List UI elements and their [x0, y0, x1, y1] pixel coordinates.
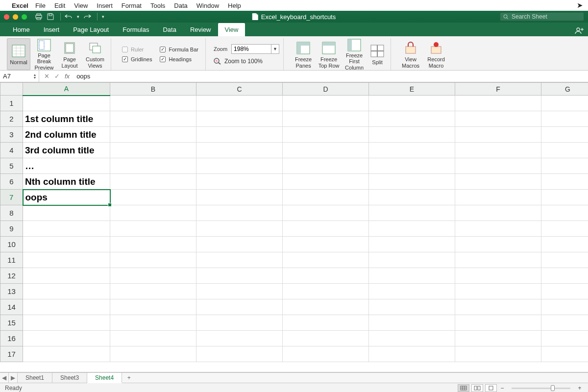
app-name[interactable]: Excel: [12, 2, 28, 9]
cell-B7[interactable]: [110, 190, 196, 205]
close-window-button[interactable]: [4, 14, 9, 20]
search-sheet-input[interactable]: Search Sheet: [500, 12, 584, 21]
cell-D14[interactable]: [283, 299, 369, 315]
row-header-16[interactable]: 16: [0, 331, 23, 346]
cell-A17[interactable]: [23, 346, 110, 362]
zoom-slider-handle[interactable]: [551, 385, 555, 391]
cell-C10[interactable]: [196, 237, 283, 252]
cell-F14[interactable]: [455, 299, 541, 315]
cell-A10[interactable]: [23, 237, 110, 252]
zoom-100-button[interactable]: % Zoom to 100%: [214, 58, 279, 65]
qat-customize-icon[interactable]: ▾: [100, 12, 105, 21]
split-button[interactable]: Split: [368, 38, 387, 70]
cell-C4[interactable]: [196, 143, 283, 158]
cell-A3[interactable]: 2nd column title: [23, 127, 110, 143]
cell-C2[interactable]: [196, 111, 283, 127]
cell-D7[interactable]: [283, 190, 369, 205]
cell-A9[interactable]: [23, 221, 110, 237]
view-macros-button[interactable]: View Macros: [399, 38, 422, 70]
cell-A15[interactable]: [23, 315, 110, 331]
row-header-7[interactable]: 7: [0, 190, 23, 205]
menu-window[interactable]: Window: [196, 2, 219, 9]
cell-B5[interactable]: [110, 158, 196, 174]
cell-G2[interactable]: [541, 111, 588, 127]
tab-formulas[interactable]: Formulas: [116, 23, 156, 36]
column-header-B[interactable]: B: [110, 83, 196, 96]
column-header-E[interactable]: E: [369, 83, 455, 96]
cell-B8[interactable]: [110, 205, 196, 221]
cell-B10[interactable]: [110, 237, 196, 252]
row-header-3[interactable]: 3: [0, 127, 23, 143]
tab-data[interactable]: Data: [156, 23, 183, 36]
cell-B6[interactable]: [110, 174, 196, 190]
menu-view[interactable]: View: [74, 2, 88, 9]
cell-B16[interactable]: [110, 331, 196, 346]
freeze-top-row-button[interactable]: Freeze Top Row: [317, 38, 341, 70]
row-header-13[interactable]: 13: [0, 284, 23, 299]
cell-E6[interactable]: [369, 174, 455, 190]
cell-A6[interactable]: Nth column title: [23, 174, 110, 190]
cell-B2[interactable]: [110, 111, 196, 127]
menu-edit[interactable]: Edit: [54, 2, 65, 9]
cell-B1[interactable]: [110, 96, 196, 111]
cell-C13[interactable]: [196, 284, 283, 299]
cell-D9[interactable]: [283, 221, 369, 237]
cell-G15[interactable]: [541, 315, 588, 331]
row-header-6[interactable]: 6: [0, 174, 23, 190]
cell-F11[interactable]: [455, 252, 541, 268]
cell-E16[interactable]: [369, 331, 455, 346]
cell-C8[interactable]: [196, 205, 283, 221]
gridlines-checkbox[interactable]: Gridlines: [122, 56, 152, 62]
cell-A5[interactable]: …: [23, 158, 110, 174]
cell-F15[interactable]: [455, 315, 541, 331]
cell-F4[interactable]: [455, 143, 541, 158]
sheet-tab-sheet4[interactable]: Sheet4: [87, 373, 122, 383]
cell-A16[interactable]: [23, 331, 110, 346]
cell-F17[interactable]: [455, 346, 541, 362]
zoom-input[interactable]: [231, 44, 271, 54]
cell-F12[interactable]: [455, 268, 541, 284]
zoom-window-button[interactable]: [22, 14, 27, 20]
cell-B12[interactable]: [110, 268, 196, 284]
cell-B14[interactable]: [110, 299, 196, 315]
cell-B11[interactable]: [110, 252, 196, 268]
ruler-checkbox[interactable]: Ruler: [122, 47, 152, 52]
status-page-layout-view-icon[interactable]: [471, 384, 483, 392]
cell-D13[interactable]: [283, 284, 369, 299]
cell-G8[interactable]: [541, 205, 588, 221]
freeze-first-column-button[interactable]: Freeze First Column: [343, 38, 366, 70]
share-icon[interactable]: [574, 26, 584, 34]
cell-G11[interactable]: [541, 252, 588, 268]
qat-print-icon[interactable]: [34, 12, 44, 21]
cell-E7[interactable]: [369, 190, 455, 205]
cell-D1[interactable]: [283, 96, 369, 111]
cell-A8[interactable]: [23, 205, 110, 221]
cell-C16[interactable]: [196, 331, 283, 346]
sheet-tab-sheet1[interactable]: Sheet1: [18, 373, 52, 383]
cell-F6[interactable]: [455, 174, 541, 190]
cell-D6[interactable]: [283, 174, 369, 190]
cell-D4[interactable]: [283, 143, 369, 158]
row-header-17[interactable]: 17: [0, 346, 23, 362]
select-all-corner[interactable]: [0, 83, 23, 96]
zoom-dropdown[interactable]: ▼: [231, 44, 279, 54]
cell-F2[interactable]: [455, 111, 541, 127]
cell-C3[interactable]: [196, 127, 283, 143]
row-header-14[interactable]: 14: [0, 299, 23, 315]
tab-home[interactable]: Home: [6, 23, 37, 36]
chevron-down-icon[interactable]: ▼: [271, 44, 279, 54]
cell-F5[interactable]: [455, 158, 541, 174]
column-header-D[interactable]: D: [283, 83, 369, 96]
tab-page-layout[interactable]: Page Layout: [66, 23, 116, 36]
cell-F9[interactable]: [455, 221, 541, 237]
cell-C7[interactable]: [196, 190, 283, 205]
cell-E11[interactable]: [369, 252, 455, 268]
cell-G5[interactable]: [541, 158, 588, 174]
cell-E17[interactable]: [369, 346, 455, 362]
cell-C1[interactable]: [196, 96, 283, 111]
cell-G14[interactable]: [541, 299, 588, 315]
cell-A12[interactable]: [23, 268, 110, 284]
cell-F7[interactable]: [455, 190, 541, 205]
name-box[interactable]: A7 ▴▾: [0, 71, 39, 82]
normal-view-button[interactable]: Normal: [7, 38, 30, 70]
